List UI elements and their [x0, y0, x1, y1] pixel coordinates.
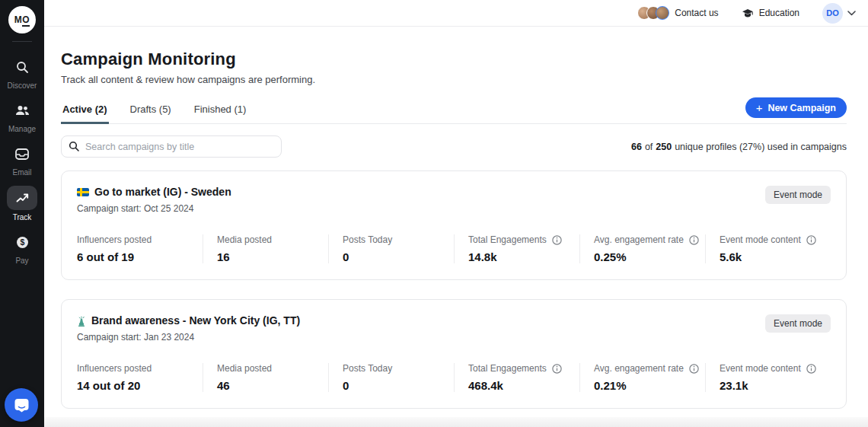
campaign-title: Brand awareness - New York City (IG, TT)	[91, 314, 300, 327]
page-title: Campaign Monitoring	[61, 49, 847, 69]
stat-value: 0	[343, 379, 454, 392]
stat-media-posted: Media posted 16	[203, 234, 328, 263]
stat-event-mode-content: Event mode content 5.6k	[705, 234, 831, 263]
trend-icon	[7, 186, 37, 210]
horizontal-scrollbar[interactable]	[44, 417, 868, 427]
stat-value: 14.8k	[468, 250, 579, 263]
chat-launcher-button[interactable]	[5, 388, 38, 422]
statue-of-liberty-icon	[77, 315, 86, 327]
app-logo-text: MO	[14, 14, 30, 25]
stat-value: 468.4k	[468, 379, 579, 392]
sidebar-item-label: Discover	[8, 81, 37, 90]
stat-value: 46	[217, 379, 328, 392]
sidebar-item-email[interactable]: Email	[8, 142, 37, 177]
top-header: Contact us Education DO	[44, 0, 868, 27]
profiles-used-count: 66	[631, 142, 642, 152]
sidebar-item-discover[interactable]: Discover	[8, 56, 37, 90]
stat-influencers-posted: Influencers posted 6 out of 19	[77, 234, 203, 263]
campaign-start-date: Campaign start: Jan 23 2024	[77, 332, 300, 343]
event-mode-badge: Event mode	[765, 314, 831, 333]
app-logo[interactable]: MO	[8, 6, 36, 33]
stat-value: 0.21%	[594, 379, 705, 392]
stat-event-mode-content: Event mode content 23.1k	[705, 363, 831, 392]
stat-value: 0.25%	[594, 250, 705, 263]
contact-us-button[interactable]: Contact us	[637, 6, 718, 20]
info-icon[interactable]	[806, 364, 816, 374]
event-mode-badge: Event mode	[765, 186, 831, 204]
new-campaign-button[interactable]: + New Campaign	[745, 97, 847, 118]
page-subtitle: Track all content & review how campaigns…	[61, 74, 847, 85]
search-icon	[8, 56, 37, 78]
education-label: Education	[759, 8, 799, 18]
profiles-total-count: 250	[656, 142, 672, 152]
stat-total-engagements: Total Engagements 14.8k	[454, 234, 579, 263]
user-avatar: DO	[822, 3, 843, 24]
stat-posts-today: Posts Today 0	[328, 234, 454, 263]
main-content: Campaign Monitoring Track all content & …	[44, 27, 868, 409]
info-icon[interactable]	[689, 364, 699, 374]
education-button[interactable]: Education	[742, 8, 799, 18]
campaign-stats: Influencers posted 14 out of 20 Media po…	[77, 363, 831, 392]
stat-media-posted: Media posted 46	[203, 363, 328, 392]
stat-value: 6 out of 19	[77, 250, 203, 263]
info-icon[interactable]	[689, 235, 699, 245]
search-icon	[69, 141, 79, 151]
campaign-card[interactable]: Brand awareness - New York City (IG, TT)…	[61, 299, 847, 409]
stat-posts-today: Posts Today 0	[328, 363, 454, 392]
stat-influencers-posted: Influencers posted 14 out of 20	[77, 363, 203, 392]
dollar-icon: $	[8, 231, 37, 253]
profiles-usage-summary: 66 of 250 unique profiles (27%) used in …	[631, 142, 847, 152]
sidebar-item-track[interactable]: Track	[7, 186, 37, 221]
svg-text:$: $	[20, 237, 24, 247]
new-campaign-label: New Campaign	[767, 103, 836, 113]
sidebar-divider	[12, 41, 32, 42]
stat-value: 0	[343, 250, 454, 263]
tab-drafts[interactable]: Drafts (5)	[129, 104, 173, 123]
stat-avg-engagement-rate: Avg. engagement rate 0.21%	[579, 363, 705, 392]
stat-value: 23.1k	[720, 379, 831, 392]
info-icon[interactable]	[552, 364, 562, 374]
stat-value: 16	[217, 250, 328, 263]
campaign-stats: Influencers posted 6 out of 19 Media pos…	[77, 234, 831, 263]
stat-total-engagements: Total Engagements 468.4k	[454, 363, 579, 392]
stat-avg-engagement-rate: Avg. engagement rate 0.25%	[579, 234, 705, 263]
avatar	[656, 6, 669, 20]
info-icon[interactable]	[806, 235, 816, 245]
campaign-start-date: Campaign start: Oct 25 2024	[77, 203, 231, 214]
sidebar-item-label: Track	[13, 213, 32, 221]
sidebar-item-pay[interactable]: $ Pay	[8, 231, 37, 265]
chevron-down-icon	[847, 11, 856, 16]
user-menu[interactable]: DO	[822, 3, 856, 24]
tab-active[interactable]: Active (2)	[61, 104, 109, 123]
email-icon	[8, 142, 37, 165]
users-icon	[8, 99, 37, 122]
tab-bar: Active (2) Drafts (5) Finished (1) + New…	[61, 104, 847, 124]
sidebar-item-manage[interactable]: Manage	[8, 99, 37, 133]
plus-icon: +	[756, 102, 763, 113]
support-avatars	[637, 6, 669, 20]
stat-value: 5.6k	[720, 250, 831, 263]
search-wrap	[61, 135, 282, 158]
tab-finished[interactable]: Finished (1)	[193, 104, 248, 123]
contact-us-label: Contact us	[675, 8, 718, 18]
sidebar-item-label: Email	[12, 168, 31, 177]
campaign-card[interactable]: Go to market (IG) - Sweden Campaign star…	[61, 170, 847, 280]
search-input[interactable]	[61, 135, 282, 158]
sidebar-item-label: Pay	[15, 257, 28, 265]
info-icon[interactable]	[552, 235, 562, 245]
filter-row: 66 of 250 unique profiles (27%) used in …	[61, 135, 847, 158]
sidebar-item-label: Manage	[8, 125, 36, 133]
sweden-flag-icon	[77, 188, 89, 196]
chat-icon	[14, 398, 30, 413]
stat-value: 14 out of 20	[77, 379, 203, 392]
sidebar: MO Discover Manage Email Track $ Pay	[0, 0, 44, 427]
graduation-cap-icon	[742, 8, 754, 18]
campaign-title: Go to market (IG) - Sweden	[94, 186, 231, 198]
